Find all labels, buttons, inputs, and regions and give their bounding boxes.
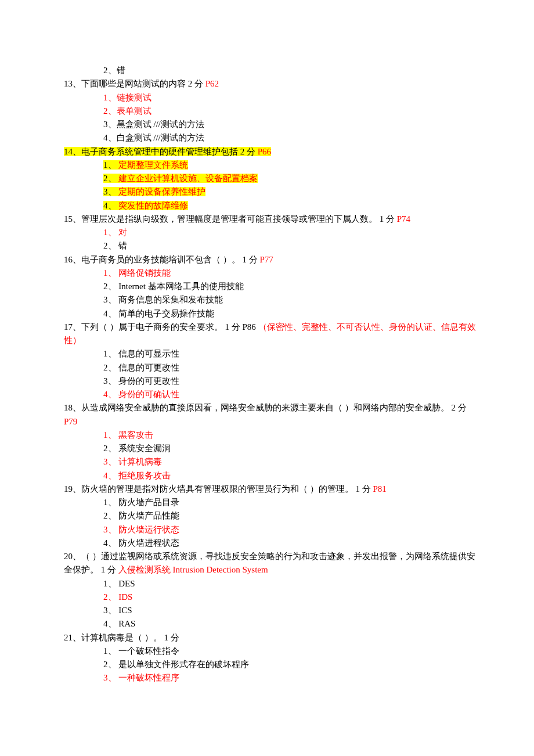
q20-option-2: 2、 IDS <box>64 591 476 604</box>
q16-stem: 16、电子商务员的业务技能培训不包含（ ）。 1 分 P77 <box>64 253 476 267</box>
q17-stem: 17、下列（ ）属于电子商务的安全要求。 1 分 P86 （保密性、完整性、不可… <box>64 321 476 348</box>
q21-option-3: 3、 一种破坏性程序 <box>64 671 476 685</box>
q20-option-3: 3、 ICS <box>64 604 476 617</box>
q19-option-4: 4、 防火墙进程状态 <box>64 537 476 550</box>
q18-stem-text: 18、从造成网络安全威胁的直接原因看，网络安全威胁的来源主要来自（ ）和网络内部… <box>64 403 467 412</box>
q13-stem-text: 13、下面哪些是网站测试的内容 2 分 <box>64 79 205 88</box>
q14-opt3-text: 定期的设备保养性维护 <box>118 187 205 196</box>
q16-option-1: 1、 网络促销技能 <box>64 267 476 280</box>
q19-stem: 19、防火墙的管理是指对防火墙具有管理权限的管理员行为和（ ）的管理。 1 分 … <box>64 483 476 496</box>
q20-option-1: 1、 DES <box>64 577 476 591</box>
q17-option-1: 1、 信息的可显示性 <box>64 347 476 361</box>
q14-opt3-num: 3、 <box>103 187 118 196</box>
q14-opt4-text: 突发性的故障维修 <box>118 201 188 210</box>
q21-stem: 21、计算机病毒是（ ）。 1 分 <box>64 631 476 645</box>
q19-option-3: 3、 防火墙运行状态 <box>64 523 476 537</box>
q15-stem: 15、管理层次是指纵向级数，管理幅度是管理者可能直接领导或管理的下属人数。 1 … <box>64 213 476 226</box>
q21-option-1: 1、 一个破坏性指令 <box>64 645 476 658</box>
q16-option-2: 2、 Internet 基本网络工具的使用技能 <box>64 280 476 293</box>
q20-stem: 20、（ ）通过监视网络或系统资源，寻找违反安全策略的行为和攻击迹象，并发出报警… <box>64 550 476 577</box>
q20-note: 入侵检测系统 Intrusion Detection System <box>118 565 268 574</box>
q15-option-2: 2、 错 <box>64 239 476 253</box>
q13-stem: 13、下面哪些是网站测试的内容 2 分 P62 <box>64 77 476 91</box>
q17-option-2: 2、 信息的可更改性 <box>64 361 476 375</box>
q12-option-2: 2、错 <box>64 64 476 77</box>
q19-stem-text: 19、防火墙的管理是指对防火墙具有管理权限的管理员行为和（ ）的管理。 1 分 <box>64 484 373 494</box>
q14-opt2-num: 2、 <box>103 174 118 183</box>
q13-ref: P62 <box>205 79 219 88</box>
q15-ref: P74 <box>397 214 410 224</box>
q16-option-4: 4、 简单的电子交易操作技能 <box>64 307 476 321</box>
q18-option-2: 2、 系统安全漏洞 <box>64 442 476 455</box>
q14-option-4: 4、 突发性的故障维修 <box>64 199 476 213</box>
q15-option-1: 1、 对 <box>64 226 476 239</box>
q14-stem-text: 14、电子商务系统管理中的硬件管理维护包括 2 分 <box>64 147 258 156</box>
q17-option-4: 4、 身份的可确认性 <box>64 388 476 401</box>
q18-stem: 18、从造成网络安全威胁的直接原因看，网络安全威胁的来源主要来自（ ）和网络内部… <box>64 401 476 429</box>
q16-stem-text: 16、电子商务员的业务技能培训不包含（ ）。 1 分 <box>64 255 260 264</box>
q14-opt4-num: 4、 <box>103 201 118 210</box>
q19-ref: P81 <box>373 484 387 494</box>
q20-option-4: 4、 RAS <box>64 617 476 631</box>
q13-option-2: 2、表单测试 <box>64 105 476 118</box>
q14-stem: 14、电子商务系统管理中的硬件管理维护包括 2 分 P66 <box>64 145 476 159</box>
q17-option-3: 3、 身份的可更改性 <box>64 375 476 388</box>
q14-option-3: 3、 定期的设备保养性维护 <box>64 185 476 199</box>
q13-option-4: 4、白盒测试 ///测试的方法 <box>64 131 476 145</box>
q16-ref: P77 <box>260 255 273 264</box>
q14-option-1: 1、 定期整理文件系统 <box>64 159 476 172</box>
q15-stem-text: 15、管理层次是指纵向级数，管理幅度是管理者可能直接领导或管理的下属人数。 1 … <box>64 214 397 224</box>
q13-option-3: 3、黑盒测试 ///测试的方法 <box>64 118 476 131</box>
q14-opt1-text: 定期整理文件系统 <box>118 160 188 170</box>
q14-ref: P66 <box>258 147 271 156</box>
q19-option-1: 1、 防火墙产品目录 <box>64 496 476 509</box>
q14-opt2-text: 建立企业计算机设施、设备配置档案 <box>118 174 258 183</box>
q17-stem-text: 17、下列（ ）属于电子商务的安全要求。 1 分 P86 <box>64 322 258 332</box>
q14-opt1-num: 1、 <box>103 160 118 170</box>
q18-option-4: 4、 拒绝服务攻击 <box>64 469 476 483</box>
q18-option-1: 1、 黑客攻击 <box>64 429 476 442</box>
q16-option-3: 3、 商务信息的采集和发布技能 <box>64 293 476 307</box>
q18-ref: P79 <box>64 417 77 426</box>
q21-option-2: 2、 是以单独文件形式存在的破坏程序 <box>64 658 476 671</box>
q19-option-2: 2、 防火墙产品性能 <box>64 509 476 523</box>
q14-option-2: 2、 建立企业计算机设施、设备配置档案 <box>64 172 476 185</box>
q18-option-3: 3、 计算机病毒 <box>64 455 476 469</box>
q13-option-1: 1、链接测试 <box>64 91 476 105</box>
